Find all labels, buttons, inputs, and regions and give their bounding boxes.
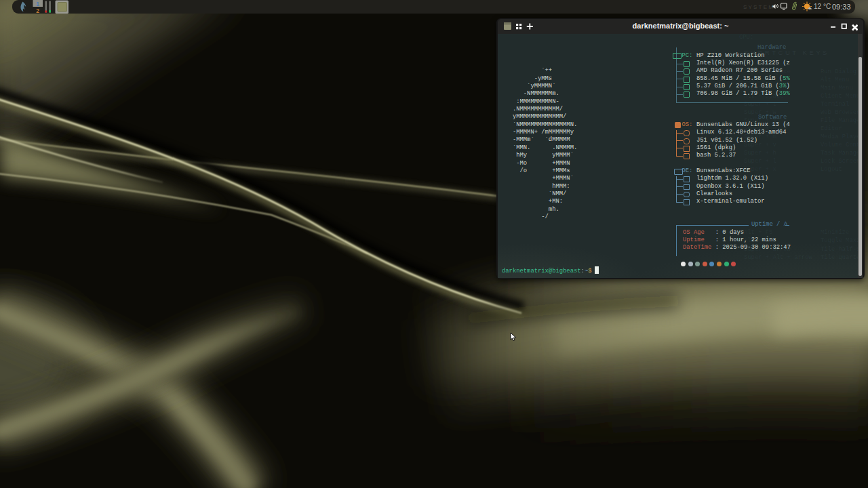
svg-text:1: 1 (36, 1, 39, 7)
svg-text:2: 2 (36, 7, 39, 14)
